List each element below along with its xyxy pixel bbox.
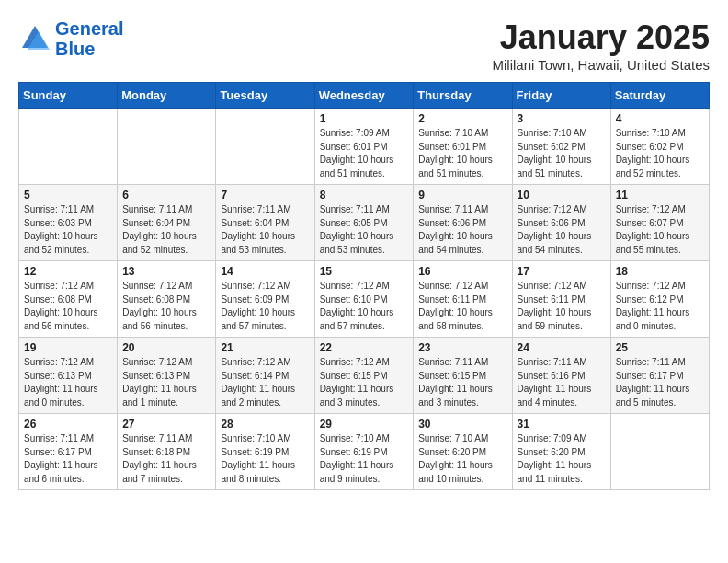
day-info: Sunrise: 7:12 AM Sunset: 6:11 PM Dayligh… xyxy=(418,280,506,333)
day-number: 21 xyxy=(221,341,309,354)
calendar-cell xyxy=(610,414,709,490)
calendar-cell: 16Sunrise: 7:12 AM Sunset: 6:11 PM Dayli… xyxy=(414,261,512,338)
day-info: Sunrise: 7:11 AM Sunset: 6:04 PM Dayligh… xyxy=(221,203,309,257)
weekday-header-row: SundayMondayTuesdayWednesdayThursdayFrid… xyxy=(19,83,710,109)
day-info: Sunrise: 7:10 AM Sunset: 6:02 PM Dayligh… xyxy=(518,127,606,180)
day-number: 10 xyxy=(518,189,606,201)
calendar-cell: 20Sunrise: 7:12 AM Sunset: 6:13 PM Dayli… xyxy=(118,338,216,414)
day-info: Sunrise: 7:11 AM Sunset: 6:17 PM Dayligh… xyxy=(24,432,112,486)
weekday-header-monday: Monday xyxy=(118,83,216,109)
calendar-cell: 14Sunrise: 7:12 AM Sunset: 6:09 PM Dayli… xyxy=(216,261,314,338)
day-info: Sunrise: 7:11 AM Sunset: 6:06 PM Dayligh… xyxy=(418,203,506,257)
day-number: 12 xyxy=(24,265,112,278)
day-info: Sunrise: 7:09 AM Sunset: 6:01 PM Dayligh… xyxy=(320,127,409,180)
calendar-cell: 21Sunrise: 7:12 AM Sunset: 6:14 PM Dayli… xyxy=(216,338,314,414)
calendar-week-row: 12Sunrise: 7:12 AM Sunset: 6:08 PM Dayli… xyxy=(19,261,710,338)
day-info: Sunrise: 7:11 AM Sunset: 6:17 PM Dayligh… xyxy=(616,356,704,409)
day-info: Sunrise: 7:10 AM Sunset: 6:19 PM Dayligh… xyxy=(320,432,409,486)
calendar-cell: 22Sunrise: 7:12 AM Sunset: 6:15 PM Dayli… xyxy=(314,338,414,414)
calendar-cell: 25Sunrise: 7:11 AM Sunset: 6:17 PM Dayli… xyxy=(610,338,709,414)
calendar-cell: 17Sunrise: 7:12 AM Sunset: 6:11 PM Dayli… xyxy=(512,261,610,338)
day-info: Sunrise: 7:12 AM Sunset: 6:13 PM Dayligh… xyxy=(122,356,210,409)
day-number: 30 xyxy=(418,418,506,431)
day-number: 24 xyxy=(518,341,606,354)
calendar-cell: 12Sunrise: 7:12 AM Sunset: 6:08 PM Dayli… xyxy=(19,261,118,338)
day-info: Sunrise: 7:09 AM Sunset: 6:20 PM Dayligh… xyxy=(518,432,606,486)
day-number: 9 xyxy=(418,189,506,201)
logo: General Blue xyxy=(18,18,123,59)
day-info: Sunrise: 7:12 AM Sunset: 6:07 PM Dayligh… xyxy=(616,203,704,257)
day-number: 26 xyxy=(24,418,112,431)
calendar-cell: 6Sunrise: 7:11 AM Sunset: 6:04 PM Daylig… xyxy=(118,185,216,261)
day-info: Sunrise: 7:12 AM Sunset: 6:11 PM Dayligh… xyxy=(518,280,606,333)
calendar-cell: 15Sunrise: 7:12 AM Sunset: 6:10 PM Dayli… xyxy=(314,261,414,338)
page-header: General Blue January 2025 Mililani Town,… xyxy=(18,18,710,73)
calendar-table: SundayMondayTuesdayWednesdayThursdayFrid… xyxy=(18,82,710,490)
day-number: 6 xyxy=(122,189,210,201)
day-number: 15 xyxy=(320,265,409,278)
day-number: 2 xyxy=(418,112,506,125)
calendar-cell: 4Sunrise: 7:10 AM Sunset: 6:02 PM Daylig… xyxy=(610,109,709,185)
day-info: Sunrise: 7:11 AM Sunset: 6:04 PM Dayligh… xyxy=(122,203,210,257)
day-info: Sunrise: 7:11 AM Sunset: 6:18 PM Dayligh… xyxy=(122,432,210,486)
day-number: 16 xyxy=(418,265,506,278)
day-info: Sunrise: 7:12 AM Sunset: 6:06 PM Dayligh… xyxy=(518,203,606,257)
day-info: Sunrise: 7:11 AM Sunset: 6:03 PM Dayligh… xyxy=(24,203,112,257)
calendar-cell: 19Sunrise: 7:12 AM Sunset: 6:13 PM Dayli… xyxy=(19,338,118,414)
day-number: 27 xyxy=(122,418,210,431)
day-info: Sunrise: 7:10 AM Sunset: 6:01 PM Dayligh… xyxy=(418,127,506,180)
calendar-cell: 28Sunrise: 7:10 AM Sunset: 6:19 PM Dayli… xyxy=(216,414,314,490)
calendar-subtitle: Mililani Town, Hawaii, United States xyxy=(493,57,711,73)
day-number: 14 xyxy=(221,265,309,278)
calendar-cell: 10Sunrise: 7:12 AM Sunset: 6:06 PM Dayli… xyxy=(512,185,610,261)
calendar-cell: 8Sunrise: 7:11 AM Sunset: 6:05 PM Daylig… xyxy=(314,185,414,261)
calendar-cell: 27Sunrise: 7:11 AM Sunset: 6:18 PM Dayli… xyxy=(118,414,216,490)
weekday-header-friday: Friday xyxy=(512,83,610,109)
calendar-cell: 18Sunrise: 7:12 AM Sunset: 6:12 PM Dayli… xyxy=(610,261,709,338)
day-number: 19 xyxy=(24,341,112,354)
calendar-cell xyxy=(19,109,118,185)
calendar-cell: 24Sunrise: 7:11 AM Sunset: 6:16 PM Dayli… xyxy=(512,338,610,414)
day-info: Sunrise: 7:12 AM Sunset: 6:13 PM Dayligh… xyxy=(24,356,112,409)
day-number: 28 xyxy=(221,418,309,431)
day-info: Sunrise: 7:11 AM Sunset: 6:15 PM Dayligh… xyxy=(418,356,506,409)
calendar-week-row: 19Sunrise: 7:12 AM Sunset: 6:13 PM Dayli… xyxy=(19,338,710,414)
day-number: 18 xyxy=(616,265,704,278)
day-number: 31 xyxy=(518,418,606,431)
calendar-cell: 29Sunrise: 7:10 AM Sunset: 6:19 PM Dayli… xyxy=(314,414,414,490)
day-number: 11 xyxy=(616,189,704,201)
calendar-cell: 2Sunrise: 7:10 AM Sunset: 6:01 PM Daylig… xyxy=(414,109,512,185)
weekday-header-tuesday: Tuesday xyxy=(216,83,314,109)
calendar-cell: 5Sunrise: 7:11 AM Sunset: 6:03 PM Daylig… xyxy=(19,185,118,261)
day-info: Sunrise: 7:10 AM Sunset: 6:20 PM Dayligh… xyxy=(418,432,506,486)
day-number: 8 xyxy=(320,189,409,201)
day-info: Sunrise: 7:11 AM Sunset: 6:16 PM Dayligh… xyxy=(518,356,606,409)
logo-icon xyxy=(18,22,51,55)
calendar-cell: 26Sunrise: 7:11 AM Sunset: 6:17 PM Dayli… xyxy=(19,414,118,490)
day-number: 1 xyxy=(320,112,409,125)
day-number: 29 xyxy=(320,418,409,431)
day-info: Sunrise: 7:10 AM Sunset: 6:02 PM Dayligh… xyxy=(616,127,704,180)
day-number: 20 xyxy=(122,341,210,354)
weekday-header-wednesday: Wednesday xyxy=(314,83,414,109)
day-info: Sunrise: 7:12 AM Sunset: 6:08 PM Dayligh… xyxy=(122,280,210,333)
calendar-cell: 11Sunrise: 7:12 AM Sunset: 6:07 PM Dayli… xyxy=(610,185,709,261)
day-number: 4 xyxy=(616,112,704,125)
weekday-header-saturday: Saturday xyxy=(610,83,709,109)
day-info: Sunrise: 7:12 AM Sunset: 6:12 PM Dayligh… xyxy=(616,280,704,333)
calendar-cell: 9Sunrise: 7:11 AM Sunset: 6:06 PM Daylig… xyxy=(414,185,512,261)
calendar-cell: 23Sunrise: 7:11 AM Sunset: 6:15 PM Dayli… xyxy=(414,338,512,414)
logo-text: General Blue xyxy=(55,18,123,59)
weekday-header-sunday: Sunday xyxy=(19,83,118,109)
calendar-cell xyxy=(118,109,216,185)
day-number: 23 xyxy=(418,341,506,354)
calendar-week-row: 1Sunrise: 7:09 AM Sunset: 6:01 PM Daylig… xyxy=(19,109,710,185)
calendar-cell: 7Sunrise: 7:11 AM Sunset: 6:04 PM Daylig… xyxy=(216,185,314,261)
day-number: 25 xyxy=(616,341,704,354)
day-number: 7 xyxy=(221,189,309,201)
calendar-title: January 2025 xyxy=(493,18,711,57)
day-info: Sunrise: 7:12 AM Sunset: 6:14 PM Dayligh… xyxy=(221,356,309,409)
day-number: 13 xyxy=(122,265,210,278)
calendar-cell: 13Sunrise: 7:12 AM Sunset: 6:08 PM Dayli… xyxy=(118,261,216,338)
calendar-cell: 1Sunrise: 7:09 AM Sunset: 6:01 PM Daylig… xyxy=(314,109,414,185)
